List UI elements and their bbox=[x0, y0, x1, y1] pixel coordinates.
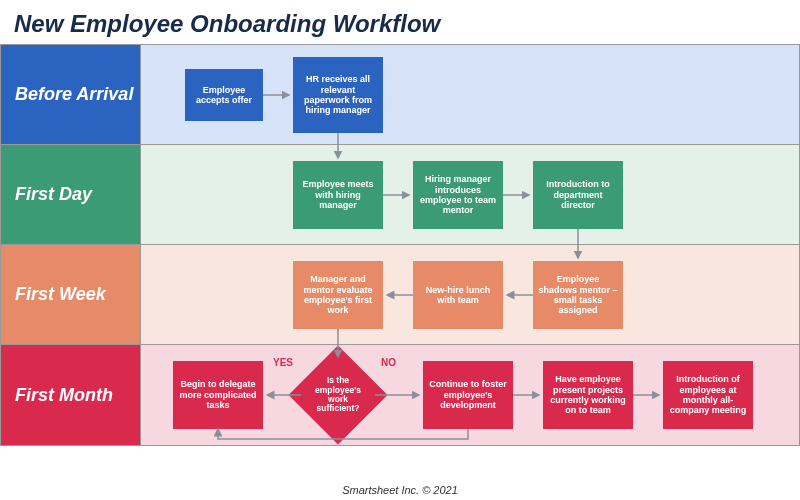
row-label-before-arrival: Before Arrival bbox=[1, 45, 141, 144]
node-intro-mentor: Hiring manager introduces employee to te… bbox=[413, 161, 503, 229]
row-label-first-week: First Week bbox=[1, 245, 141, 344]
workflow-grid: Before Arrival Employee accepts offer HR… bbox=[0, 44, 800, 446]
node-foster-development: Continue to foster employee's developmen… bbox=[423, 361, 513, 429]
row-first-day: First Day Employee meets with hiring man… bbox=[1, 145, 799, 245]
footer-credit: Smartsheet Inc. © 2021 bbox=[0, 484, 800, 496]
node-evaluate-work: Manager and mentor evaluate employee's f… bbox=[293, 261, 383, 329]
node-monthly-meeting: Introduction of employees at monthly all… bbox=[663, 361, 753, 429]
lane-first-day: Employee meets with hiring manager Hirin… bbox=[141, 145, 799, 244]
node-shadow-mentor: Employee shadows mentor – small tasks as… bbox=[533, 261, 623, 329]
lane-first-week: Manager and mentor evaluate employee's f… bbox=[141, 245, 799, 344]
tag-no: NO bbox=[381, 357, 396, 368]
node-lunch: New-hire lunch with team bbox=[413, 261, 503, 329]
node-accept-offer: Employee accepts offer bbox=[185, 69, 263, 121]
row-label-first-day: First Day bbox=[1, 145, 141, 244]
page-title: New Employee Onboarding Workflow bbox=[0, 0, 800, 44]
tag-yes: YES bbox=[273, 357, 293, 368]
row-before-arrival: Before Arrival Employee accepts offer HR… bbox=[1, 45, 799, 145]
row-label-first-month: First Month bbox=[1, 345, 141, 445]
node-meet-manager: Employee meets with hiring manager bbox=[293, 161, 383, 229]
row-first-month: First Month Begin to delegate more compl… bbox=[1, 345, 799, 445]
row-first-week: First Week Manager and mentor evaluate e… bbox=[1, 245, 799, 345]
node-decision-sufficient: Is the employee's work sufficient? bbox=[303, 360, 373, 430]
node-delegate-tasks: Begin to delegate more complicated tasks bbox=[173, 361, 263, 429]
node-intro-director: Introduction to department director bbox=[533, 161, 623, 229]
lane-before-arrival: Employee accepts offer HR receives all r… bbox=[141, 45, 799, 144]
decision-label: Is the employee's work sufficient? bbox=[303, 360, 373, 430]
node-present-projects: Have employee present projects currently… bbox=[543, 361, 633, 429]
node-hr-paperwork: HR receives all relevant paperwork from … bbox=[293, 57, 383, 133]
lane-first-month: Begin to delegate more complicated tasks… bbox=[141, 345, 799, 445]
